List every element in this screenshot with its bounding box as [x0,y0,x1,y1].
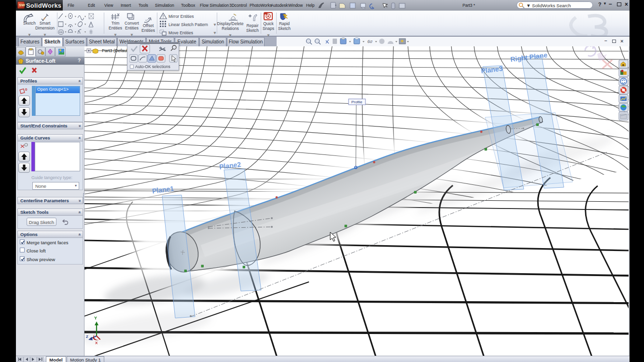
svg-text:0: 0 [25,87,28,92]
svg-text:Y: Y [94,316,97,320]
svg-text:Z: Z [86,334,88,339]
svg-text:Profile: Profile [351,100,363,104]
svg-text:X: X [95,341,98,345]
svg-text:6σ: 6σ [367,39,373,44]
